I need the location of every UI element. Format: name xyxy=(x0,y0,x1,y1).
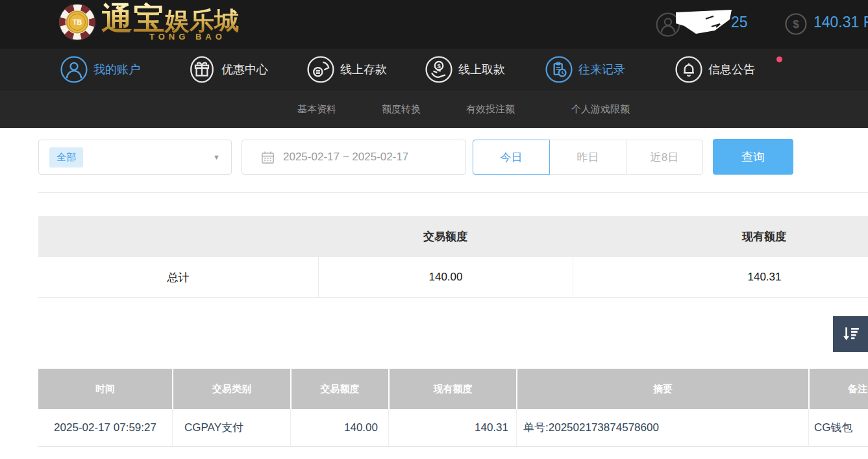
svg-text:$: $ xyxy=(793,18,799,31)
subnav-item-game-limits[interactable]: 个人游戏限额 xyxy=(571,90,630,129)
subnav-item-quota-transfer[interactable]: 额度转换 xyxy=(382,90,421,129)
logo-subtitle: TONG BAO xyxy=(149,32,239,42)
summary-table: 交易额度 现有额度 总计 140.00 140.31 xyxy=(38,216,868,298)
summary-total-label: 总计 xyxy=(38,257,318,297)
subnav-item-basic-info[interactable]: 基本资料 xyxy=(297,90,336,129)
svg-text:$: $ xyxy=(437,62,441,69)
sort-descending-icon xyxy=(841,325,860,344)
summary-col-current-balance: 现有额度 xyxy=(573,216,868,257)
svg-text:TB: TB xyxy=(73,19,82,27)
nav-item-records[interactable]: 往来记录 xyxy=(545,49,625,90)
nav-item-announcements[interactable]: 信息公告 xyxy=(675,49,755,90)
records-col-current-balance: 现有额度 xyxy=(388,369,516,409)
nav-label: 我的账户 xyxy=(93,62,140,77)
records-icon xyxy=(545,56,573,83)
nav-label: 线上存款 xyxy=(340,62,387,77)
category-select[interactable]: 全部 ▼ xyxy=(38,140,232,175)
nav-label: 信息公告 xyxy=(708,62,755,77)
balance-text: 140.31 R xyxy=(813,14,868,31)
records-col-remarks: 备注 xyxy=(808,369,868,409)
nav-label: 线上取款 xyxy=(458,62,505,77)
last-8-days-button[interactable]: 近8日 xyxy=(626,140,703,175)
records-col-transaction-amount: 交易额度 xyxy=(290,369,388,409)
summary-current-balance-value: 140.31 xyxy=(573,257,868,297)
record-summary: 单号:202502173874578600 xyxy=(516,409,808,446)
summary-total-row: 总计 140.00 140.31 xyxy=(38,257,868,298)
summary-col-transaction-amount: 交易额度 xyxy=(318,216,573,257)
summary-table-header: 交易额度 现有额度 xyxy=(38,216,868,257)
chevron-down-icon: ▼ xyxy=(213,153,220,161)
records-table-header: 时间 交易类别 交易额度 现有额度 摘要 备注 xyxy=(38,369,868,409)
calendar-icon xyxy=(260,150,275,165)
summary-col-blank xyxy=(38,216,318,257)
account-icon xyxy=(60,56,88,83)
dollar-circle-icon: $ xyxy=(785,13,807,35)
records-table-row: 2025-02-17 07:59:27 CGPAY支付 140.00 140.3… xyxy=(38,409,868,447)
category-selected-chip[interactable]: 全部 xyxy=(49,147,83,167)
nav-item-withdraw[interactable]: $ 线上取款 xyxy=(425,49,505,90)
records-col-summary: 摘要 xyxy=(516,369,808,409)
quick-date-segment: 今日 昨日 近8日 xyxy=(473,140,703,175)
record-type: CGPAY支付 xyxy=(172,409,290,446)
nav-label: 优惠中心 xyxy=(221,62,268,77)
logo-title-big: 通宝 xyxy=(101,1,165,36)
record-transaction-amount: 140.00 xyxy=(290,409,388,446)
record-current-balance: 140.31 xyxy=(388,409,516,446)
bell-icon xyxy=(675,56,702,83)
username-redaction-scribble xyxy=(669,6,741,40)
date-range-text: 2025-02-17 ~ 2025-02-17 xyxy=(283,151,408,164)
summary-transaction-amount-value: 140.00 xyxy=(318,257,573,297)
subnav-item-valid-bets[interactable]: 有效投注额 xyxy=(466,90,515,129)
query-button[interactable]: 查询 xyxy=(713,139,793,175)
logo-text: 通宝娱乐城 TONG BAO xyxy=(101,3,239,42)
nav-item-promotions[interactable]: 优惠中心 xyxy=(188,49,268,90)
top-header: TB 通宝娱乐城 TONG BAO 25 $ 140.31 R xyxy=(0,0,868,49)
nav-item-my-account[interactable]: 我的账户 xyxy=(60,49,140,90)
date-range-input[interactable]: 2025-02-17 ~ 2025-02-17 xyxy=(242,140,466,175)
poker-chip-logo-icon: TB xyxy=(58,3,96,41)
notification-dot xyxy=(776,56,782,62)
record-time: 2025-02-17 07:59:27 xyxy=(38,409,172,446)
nav-item-deposit[interactable]: 线上存款 xyxy=(307,49,387,90)
filter-divider xyxy=(38,192,868,193)
sort-descending-button[interactable] xyxy=(833,316,868,352)
gift-icon xyxy=(188,56,216,83)
sub-nav: 基本资料 额度转换 有效投注额 个人游戏限额 xyxy=(0,90,868,128)
deposit-icon xyxy=(307,56,334,83)
record-remarks: CG钱包 xyxy=(808,409,868,446)
today-button[interactable]: 今日 xyxy=(473,140,550,175)
main-nav: 我的账户 优惠中心 线上存款 $ 线上取款 xyxy=(0,49,868,90)
yesterday-button[interactable]: 昨日 xyxy=(549,140,626,175)
withdraw-icon: $ xyxy=(425,56,453,83)
site-logo[interactable]: TB 通宝娱乐城 TONG BAO xyxy=(58,3,239,42)
records-table: 时间 交易类别 交易额度 现有额度 摘要 备注 2025-02-17 07:59… xyxy=(38,369,868,447)
logo-title-small: 娱乐城 xyxy=(165,7,239,34)
nav-label: 往来记录 xyxy=(578,62,625,77)
records-col-type: 交易类别 xyxy=(172,369,290,409)
records-col-time: 时间 xyxy=(38,369,172,409)
